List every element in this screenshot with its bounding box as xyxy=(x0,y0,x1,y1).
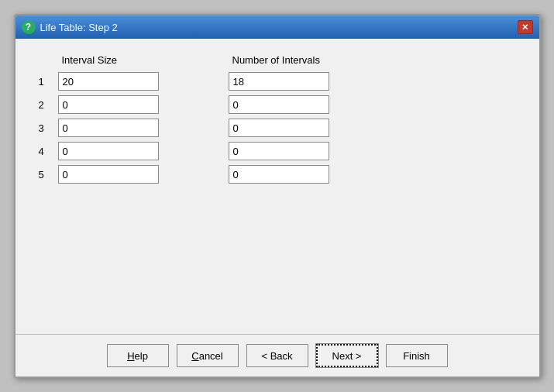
dialog-footer: Help Cancel < Back Next > Finish xyxy=(15,334,539,377)
interval-size-2[interactable] xyxy=(58,95,159,114)
finish-button[interactable]: Finish xyxy=(386,344,448,367)
interval-size-3[interactable] xyxy=(58,119,159,137)
dialog-title: Life Table: Step 2 xyxy=(40,22,118,33)
close-button[interactable]: ✕ xyxy=(518,20,533,34)
help-button[interactable]: Help xyxy=(107,344,169,367)
interval-size-4[interactable] xyxy=(58,142,159,160)
col-header-interval-size: Interval Size xyxy=(62,54,186,66)
row-num-1: 1 xyxy=(39,76,58,88)
interval-size-1[interactable] xyxy=(58,72,159,91)
interval-size-5[interactable] xyxy=(58,165,159,184)
row-num-2: 2 xyxy=(39,99,58,111)
title-bar: ? Life Table: Step 2 ✕ xyxy=(15,15,539,39)
col-header-num-intervals: Number of Intervals xyxy=(232,54,356,66)
num-intervals-5[interactable] xyxy=(229,165,329,184)
table-row: 1 xyxy=(39,72,516,91)
help-label: Help xyxy=(127,350,148,362)
table-row: 5 xyxy=(39,165,516,184)
back-button[interactable]: < Back xyxy=(246,344,308,367)
back-label: < Back xyxy=(261,350,292,362)
num-intervals-2[interactable] xyxy=(229,95,329,114)
cancel-button[interactable]: Cancel xyxy=(177,344,239,367)
row-num-5: 5 xyxy=(39,169,58,181)
num-intervals-4[interactable] xyxy=(229,142,329,160)
table-row: 4 xyxy=(39,142,516,160)
title-bar-left: ? Life Table: Step 2 xyxy=(22,20,118,34)
table-area: Interval Size Number of Intervals 1 2 3 xyxy=(39,54,516,326)
row-num-3: 3 xyxy=(39,122,58,134)
next-label: Next > xyxy=(332,350,362,362)
table-header: Interval Size Number of Intervals xyxy=(62,54,516,66)
finish-label: Finish xyxy=(403,350,430,362)
table-row: 3 xyxy=(39,119,516,137)
num-intervals-3[interactable] xyxy=(229,119,329,137)
cancel-label: Cancel xyxy=(191,350,222,362)
dialog-window: ? Life Table: Step 2 ✕ Interval Size Num… xyxy=(14,14,541,378)
row-num-4: 4 xyxy=(39,146,58,157)
num-intervals-1[interactable] xyxy=(229,72,329,91)
next-button[interactable]: Next > xyxy=(316,344,378,367)
help-icon: ? xyxy=(22,20,36,34)
dialog-body: Interval Size Number of Intervals 1 2 3 xyxy=(15,39,539,334)
table-row: 2 xyxy=(39,95,516,114)
